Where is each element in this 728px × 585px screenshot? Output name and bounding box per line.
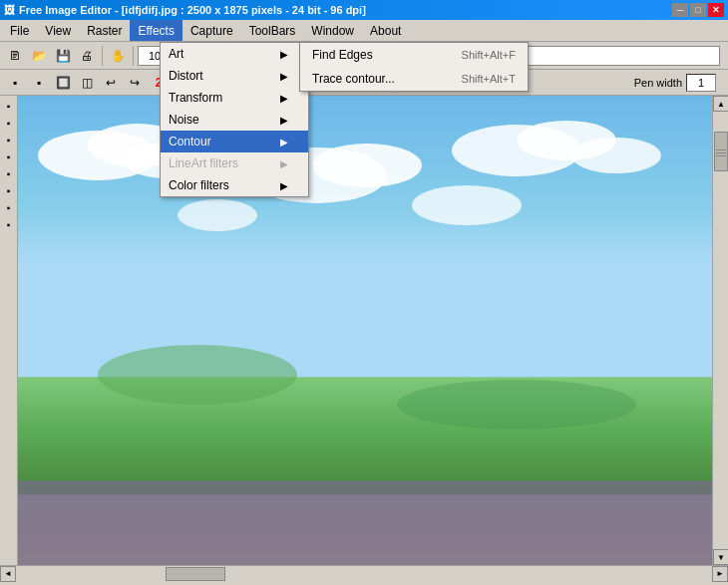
pen-width-area: Pen width	[634, 74, 724, 92]
svg-point-14	[98, 345, 297, 405]
tool-btn-5[interactable]: ↩	[100, 72, 122, 94]
separator-2	[133, 46, 134, 66]
svg-point-15	[397, 380, 636, 430]
scroll-track-horizontal[interactable]	[16, 566, 712, 582]
svg-point-5	[312, 144, 422, 187]
distort-arrow: ▶	[280, 71, 288, 82]
status-bar: Contour X = 1514 Y = 584 (pix)	[0, 581, 728, 585]
contour-trace[interactable]: Trace contour... Shift+Alt+T	[300, 67, 528, 91]
maximize-button[interactable]: □	[690, 3, 706, 17]
svg-point-9	[178, 199, 257, 231]
contour-arrow: ▶	[280, 137, 288, 147]
effects-menu-transform[interactable]: Transform ▶	[161, 87, 308, 109]
menu-about[interactable]: About	[362, 20, 409, 41]
menu-raster[interactable]: Raster	[79, 20, 130, 41]
app-icon: 🖼	[4, 4, 15, 16]
effects-menu-noise[interactable]: Noise ▶	[161, 109, 308, 131]
title-bar-left: 🖼 Free Image Editor - [idfjdifj.jpg : 25…	[4, 4, 366, 16]
menu-bar: File View Raster Effects Capture ToolBar…	[0, 20, 728, 42]
left-tool-8[interactable]: ▪	[1, 216, 17, 232]
title-bar: 🖼 Free Image Editor - [idfjdifj.jpg : 25…	[0, 0, 728, 20]
svg-point-10	[412, 185, 522, 225]
find-edges-shortcut: Shift+Alt+F	[462, 49, 516, 61]
effects-menu-distort[interactable]: Distort ▶	[161, 65, 308, 87]
pan-button[interactable]: ✋	[107, 45, 129, 67]
noise-arrow: ▶	[280, 115, 288, 126]
effects-menu-colorfilters[interactable]: Color filters ▶	[161, 174, 308, 196]
effects-menu-contour[interactable]: Contour ▶	[161, 131, 308, 152]
pen-width-label: Pen width	[634, 77, 682, 89]
colorfilters-arrow: ▶	[280, 180, 288, 191]
title-bar-controls: ─ □ ✕	[672, 3, 724, 17]
effects-menu-art[interactable]: Art ▶	[161, 43, 308, 65]
effects-menu[interactable]: Art ▶ Distort ▶ Transform ▶ Noise ▶ Cont…	[160, 42, 309, 197]
left-tool-4[interactable]: ▪	[1, 148, 17, 164]
pen-width-input[interactable]	[686, 74, 716, 92]
art-arrow: ▶	[280, 49, 288, 60]
right-scrollbar: ▲ ▼	[712, 96, 728, 565]
menu-view[interactable]: View	[37, 20, 79, 41]
scroll-up-button[interactable]: ▲	[713, 96, 728, 112]
scroll-thumb-horizontal[interactable]	[166, 567, 225, 581]
contour-submenu[interactable]: Find Edges Shift+Alt+F Trace contour... …	[299, 42, 529, 92]
title-text: Free Image Editor - [idfjdifj.jpg : 2500…	[19, 4, 366, 16]
menu-window[interactable]: Window	[303, 20, 362, 41]
main-area: ▪ ▪ ▪ ▪ ▪ ▪ ▪ ▪	[0, 96, 728, 565]
svg-rect-13	[18, 494, 712, 565]
close-button[interactable]: ✕	[708, 3, 724, 17]
print-button[interactable]: 🖨	[76, 45, 98, 67]
contour-find-edges[interactable]: Find Edges Shift+Alt+F	[300, 43, 528, 67]
lineart-arrow: ▶	[280, 158, 288, 169]
transform-arrow: ▶	[280, 93, 288, 104]
tool-btn-2[interactable]: ▪	[28, 72, 50, 94]
tool-btn-1[interactable]: ▪	[4, 72, 26, 94]
bottom-scrollbar: ◄ ►	[0, 565, 728, 581]
menu-effects[interactable]: Effects	[130, 20, 182, 41]
new-button[interactable]: 🖹	[4, 45, 26, 67]
left-tool-2[interactable]: ▪	[1, 115, 17, 131]
menu-file[interactable]: File	[2, 20, 37, 41]
left-tool-6[interactable]: ▪	[1, 182, 17, 198]
tool-btn-3[interactable]: 🔲	[52, 72, 74, 94]
canvas-area[interactable]	[18, 96, 712, 565]
separator-1	[102, 46, 103, 66]
left-tools-panel: ▪ ▪ ▪ ▪ ▪ ▪ ▪ ▪	[0, 96, 18, 565]
save-button[interactable]: 💾	[52, 45, 74, 67]
menu-toolbars[interactable]: ToolBars	[241, 20, 304, 41]
menu-capture[interactable]: Capture	[182, 20, 241, 41]
scroll-down-button[interactable]: ▼	[713, 549, 728, 565]
trace-contour-shortcut: Shift+Alt+T	[462, 73, 516, 85]
left-tool-5[interactable]: ▪	[1, 165, 17, 181]
canvas-image	[18, 96, 712, 565]
open-button[interactable]: 📂	[28, 45, 50, 67]
left-tool-1[interactable]: ▪	[1, 98, 17, 114]
tool-btn-6[interactable]: ↪	[124, 72, 146, 94]
scroll-thumb-vertical[interactable]	[714, 132, 728, 171]
scroll-track-vertical[interactable]	[713, 112, 728, 549]
left-tool-7[interactable]: ▪	[1, 199, 17, 215]
minimize-button[interactable]: ─	[672, 3, 688, 17]
svg-point-8	[571, 138, 661, 173]
scroll-right-button[interactable]: ►	[712, 566, 728, 582]
tool-btn-4[interactable]: ◫	[76, 72, 98, 94]
left-tool-3[interactable]: ▪	[1, 132, 17, 147]
scroll-left-button[interactable]: ◄	[0, 566, 16, 582]
effects-menu-lineart: LineArt filters ▶	[161, 152, 308, 174]
